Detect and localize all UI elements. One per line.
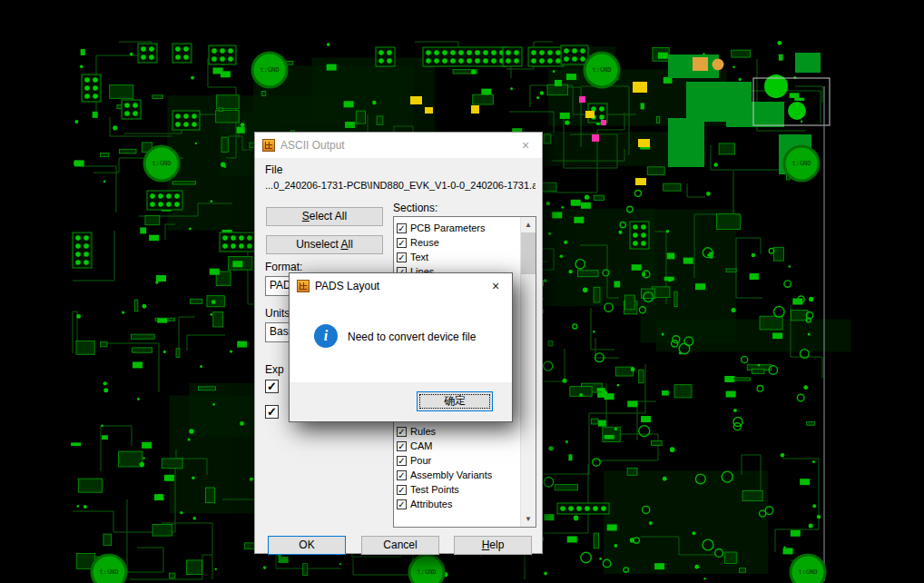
message-box-title: PADS Layout: [315, 280, 483, 292]
pads-icon: [297, 280, 310, 292]
expand-checkbox-2[interactable]: ✓: [265, 405, 279, 419]
section-item[interactable]: ✓PCB Parameters: [397, 221, 520, 235]
ok-button[interactable]: OK: [268, 536, 346, 555]
sections-scrollbar[interactable]: ▲ ▼: [520, 217, 536, 527]
section-item[interactable]: ✓Reuse: [397, 235, 520, 250]
section-checkbox[interactable]: ✓: [397, 441, 407, 451]
svg-text:t:GND: t:GND: [417, 568, 436, 576]
section-label: Reuse: [410, 237, 439, 248]
sections-label: Sections:: [393, 202, 437, 214]
expand-checkbox-1[interactable]: ✓: [265, 380, 279, 393]
section-checkbox[interactable]: ✓: [397, 456, 407, 466]
info-icon: i: [314, 324, 338, 348]
section-checkbox[interactable]: ✓: [397, 485, 407, 495]
section-label: Test Points: [410, 484, 459, 495]
expand-label: Exp: [265, 363, 284, 376]
section-label: Rules: [410, 426, 436, 437]
unselect-all-button[interactable]: Unselect All: [266, 235, 383, 254]
pads-layout-window: t:GNDt:GNDt:GNDt:GNDt:GNDt:GNDt:GND ASCI…: [0, 0, 924, 583]
section-checkbox[interactable]: ✓: [397, 238, 407, 248]
section-label: PCB Parameters: [410, 222, 486, 233]
section-item[interactable]: ✓Test Points: [397, 482, 520, 497]
ascii-dialog-titlebar[interactable]: ASCII Output ×: [255, 133, 542, 158]
section-checkbox[interactable]: ✓: [397, 223, 407, 233]
format-label: Format:: [265, 261, 302, 273]
svg-text:t:GND: t:GND: [592, 66, 611, 74]
section-item[interactable]: ✓Pour: [397, 453, 520, 468]
section-checkbox[interactable]: ✓: [397, 499, 407, 509]
cancel-button[interactable]: Cancel: [361, 536, 439, 555]
message-text: Need to convert device file: [348, 331, 476, 343]
section-item[interactable]: ✓Assembly Variants: [397, 468, 520, 482]
help-button[interactable]: Help: [454, 536, 532, 555]
svg-text:t:GND: t:GND: [99, 568, 118, 576]
svg-text:t:GND: t:GND: [152, 160, 171, 167]
file-path: ...0_240206-1731-PCB\IND880_EVK_V1-0-0_2…: [265, 180, 536, 191]
scroll-up-icon[interactable]: ▲: [521, 217, 536, 232]
close-icon[interactable]: ×: [483, 275, 508, 297]
section-checkbox[interactable]: ✓: [397, 470, 407, 480]
message-box-titlebar[interactable]: PADS Layout ×: [290, 273, 512, 299]
svg-text:t:GND: t:GND: [798, 568, 817, 576]
section-item[interactable]: ✓Text: [397, 250, 520, 264]
section-checkbox[interactable]: ✓: [397, 427, 407, 437]
svg-text:t:GND: t:GND: [260, 66, 279, 74]
pads-icon: [262, 139, 275, 152]
close-icon[interactable]: ×: [513, 134, 538, 156]
section-item[interactable]: ✓Attributes: [397, 497, 520, 511]
scrollbar-thumb[interactable]: [521, 232, 536, 274]
confirm-button[interactable]: 确定: [417, 391, 493, 411]
svg-text:t:GND: t:GND: [791, 160, 811, 167]
section-item[interactable]: ✓CAM: [397, 439, 520, 453]
section-item[interactable]: ✓Rules: [397, 424, 520, 439]
section-label: Text: [410, 252, 428, 262]
select-all-button[interactable]: Select All: [266, 207, 383, 226]
section-label: Attributes: [410, 499, 452, 509]
section-label: Pour: [410, 455, 431, 466]
section-label: CAM: [410, 440, 432, 451]
section-checkbox[interactable]: ✓: [397, 252, 407, 262]
scroll-down-icon[interactable]: ▼: [521, 511, 536, 527]
ascii-dialog-title: ASCII Output: [280, 139, 513, 152]
section-label: Assembly Variants: [410, 469, 492, 480]
file-label: File: [265, 163, 282, 176]
pads-layout-message-box: PADS Layout × i Need to convert device f…: [289, 272, 513, 422]
